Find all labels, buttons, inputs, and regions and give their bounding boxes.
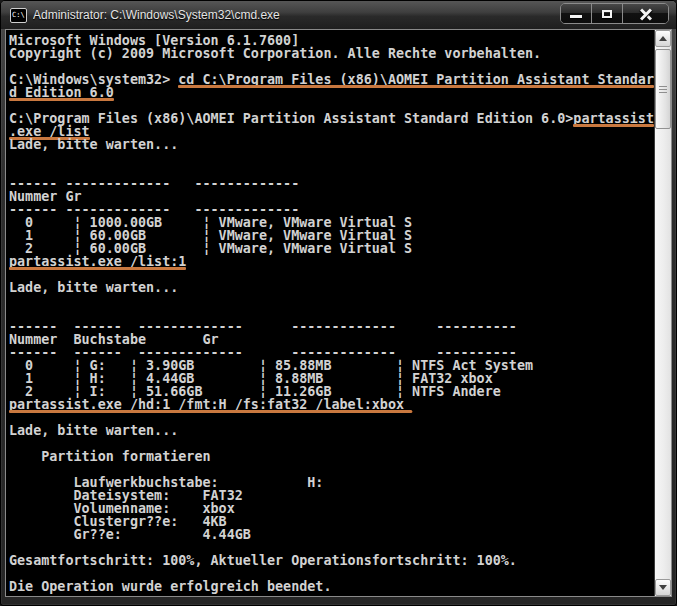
close-button[interactable] [623, 4, 668, 23]
vertical-scrollbar[interactable] [654, 30, 671, 596]
scrollbar-track[interactable] [655, 47, 671, 579]
console-line: Gesamtfortschritt: 100%, Aktueller Opera… [9, 554, 654, 567]
window-controls [560, 3, 669, 24]
console-line: Gr??e: 4.44GB [9, 528, 654, 541]
maximize-button[interactable] [592, 4, 623, 23]
minimize-icon [570, 15, 582, 18]
console-line: Lade, bitte warten... [9, 281, 654, 294]
triangle-down-icon [659, 585, 667, 590]
scrollbar-thumb[interactable] [655, 49, 671, 129]
console-line [9, 151, 654, 164]
console-line: C:\Program Files (x86)\AOMEI Partition A… [9, 112, 654, 125]
scroll-up-button[interactable] [655, 30, 671, 47]
console-client-area: Microsoft Windows [Version 6.1.7600]Copy… [5, 29, 672, 597]
close-icon [639, 8, 653, 20]
console-line [9, 294, 654, 307]
console-line: d Edition 6.0 [9, 86, 654, 99]
maximize-icon [602, 10, 612, 18]
console-line: Partition formatieren [9, 450, 654, 463]
console-line: ------ ------------- ------------- [9, 177, 654, 190]
minimize-button[interactable] [561, 4, 592, 23]
console-line: partassist.exe /hd:1 /fmt:H /fs:fat32 /l… [9, 398, 654, 411]
title-bar[interactable]: C:\ Administrator: C:\Windows\System32\c… [1, 1, 676, 29]
console-output[interactable]: Microsoft Windows [Version 6.1.7600]Copy… [6, 30, 654, 596]
console-line: Lade, bitte warten... [9, 424, 654, 437]
console-line: Copyright (c) 2009 Microsoft Corporation… [9, 47, 654, 60]
console-line: partassist.exe /list:1 [9, 255, 654, 268]
scrollbar-grip-icon [659, 86, 667, 93]
console-line: Die Operation wurde erfolgreich beendet. [9, 580, 654, 593]
console-line: Lade, bitte warten... [9, 138, 654, 151]
console-line [9, 593, 654, 596]
triangle-up-icon [659, 36, 667, 41]
cmd-icon[interactable]: C:\ [10, 8, 27, 23]
cmd-window: C:\ Administrator: C:\Windows\System32\c… [0, 0, 677, 606]
scroll-down-button[interactable] [655, 579, 671, 596]
